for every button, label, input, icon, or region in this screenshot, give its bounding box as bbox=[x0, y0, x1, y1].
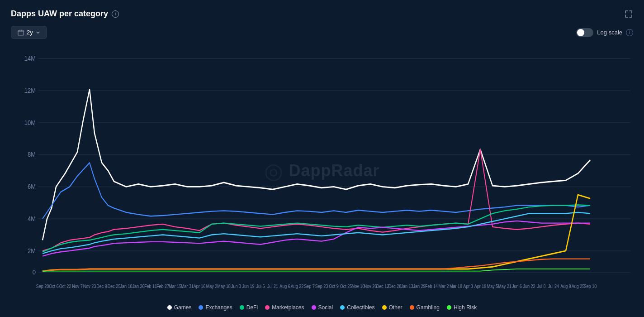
legend-item-defi[interactable]: DeFi bbox=[240, 304, 258, 311]
time-period-label: 2y bbox=[27, 29, 33, 36]
svg-text:Jun 19: Jun 19 bbox=[242, 284, 255, 289]
info-icon[interactable]: i bbox=[112, 10, 119, 18]
svg-text:Mar 18: Mar 18 bbox=[450, 284, 462, 289]
svg-text:10M: 10M bbox=[24, 119, 36, 126]
svg-text:Jun 6: Jun 6 bbox=[512, 284, 522, 289]
svg-text:Jul 5: Jul 5 bbox=[256, 284, 265, 289]
svg-text:Aug 6: Aug 6 bbox=[279, 284, 290, 289]
svg-text:Jul 8: Jul 8 bbox=[537, 284, 546, 289]
svg-text:Oct 9: Oct 9 bbox=[329, 284, 338, 289]
chart-header: Dapps UAW per category i bbox=[11, 9, 633, 19]
svg-text:Feb 14: Feb 14 bbox=[425, 284, 438, 289]
svg-text:Oct 6: Oct 6 bbox=[49, 284, 59, 289]
legend-dot-gambling bbox=[410, 305, 414, 310]
svg-text:14M: 14M bbox=[24, 54, 36, 62]
chart-legend: Games Exchanges DeFi Marketplaces Social… bbox=[11, 301, 633, 312]
log-scale-control: Log scale i bbox=[576, 28, 633, 37]
legend-item-collectibles[interactable]: Collectibles bbox=[340, 304, 374, 311]
expand-icon[interactable] bbox=[624, 10, 633, 19]
svg-text:Dec 25: Dec 25 bbox=[108, 284, 121, 289]
svg-text:12M: 12M bbox=[24, 86, 36, 94]
legend-label-high-risk: High Risk bbox=[454, 304, 477, 311]
svg-text:Jun 22: Jun 22 bbox=[523, 284, 535, 289]
svg-text:Nov 26: Nov 26 bbox=[364, 284, 377, 289]
svg-text:2M: 2M bbox=[28, 247, 36, 255]
svg-text:4M: 4M bbox=[28, 215, 36, 222]
svg-text:0: 0 bbox=[33, 268, 36, 276]
time-period-button[interactable]: 2y bbox=[11, 26, 47, 39]
log-scale-label: Log scale bbox=[597, 29, 622, 36]
svg-text:Jan 10: Jan 10 bbox=[120, 284, 133, 289]
controls-row: 2y Log scale i bbox=[11, 26, 633, 39]
legend-item-marketplaces[interactable]: Marketplaces bbox=[265, 304, 304, 311]
legend-dot-high-risk bbox=[447, 305, 451, 310]
legend-label-games: Games bbox=[174, 304, 192, 311]
legend-dot-games bbox=[167, 305, 172, 310]
legend-item-gambling[interactable]: Gambling bbox=[410, 304, 440, 311]
svg-text:Apr 16: Apr 16 bbox=[194, 284, 206, 289]
svg-text:Nov 10: Nov 10 bbox=[352, 284, 365, 289]
svg-text:Mar 31: Mar 31 bbox=[181, 284, 194, 289]
svg-text:Feb 27: Feb 27 bbox=[156, 284, 169, 289]
svg-text:May 21: May 21 bbox=[498, 284, 511, 289]
log-scale-info-icon[interactable]: i bbox=[626, 29, 633, 36]
svg-text:Jul 24: Jul 24 bbox=[548, 284, 559, 289]
svg-text:Dec 28: Dec 28 bbox=[388, 284, 402, 289]
legend-item-games[interactable]: Games bbox=[167, 304, 192, 311]
legend-dot-exchanges bbox=[199, 305, 203, 310]
legend-label-defi: DeFi bbox=[246, 304, 258, 311]
legend-label-social: Social bbox=[318, 304, 333, 311]
legend-label-marketplaces: Marketplaces bbox=[272, 304, 304, 311]
svg-text:Dec 9: Dec 9 bbox=[96, 284, 107, 289]
legend-dot-social bbox=[312, 305, 316, 310]
legend-item-exchanges[interactable]: Exchanges bbox=[199, 304, 232, 311]
svg-text:Oct 22: Oct 22 bbox=[59, 284, 71, 289]
legend-item-social[interactable]: Social bbox=[312, 304, 333, 311]
svg-text:Jan 13: Jan 13 bbox=[401, 284, 413, 289]
svg-text:6M: 6M bbox=[28, 183, 36, 190]
legend-label-collectibles: Collectibles bbox=[347, 304, 374, 311]
svg-text:May 18: May 18 bbox=[217, 284, 231, 289]
svg-text:Jul 21: Jul 21 bbox=[267, 284, 278, 289]
svg-text:Aug 9: Aug 9 bbox=[560, 284, 571, 289]
svg-text:Jun 3: Jun 3 bbox=[231, 284, 241, 289]
svg-text:Sep 7: Sep 7 bbox=[304, 284, 314, 289]
legend-dot-other bbox=[382, 305, 387, 310]
svg-text:Jan 26: Jan 26 bbox=[133, 284, 145, 289]
legend-dot-collectibles bbox=[340, 305, 345, 310]
legend-item-high-risk[interactable]: High Risk bbox=[447, 304, 477, 311]
svg-text:Mar 15: Mar 15 bbox=[169, 284, 181, 289]
chart-svg: 14M 12M 10M 8M 6M 4M 2M 0 Sep 20 Oct 6 O… bbox=[11, 43, 633, 299]
legend-label-other: Other bbox=[389, 304, 402, 311]
svg-text:Aug 22: Aug 22 bbox=[291, 284, 303, 289]
title-row: Dapps UAW per category i bbox=[11, 9, 119, 19]
svg-text:Nov 7: Nov 7 bbox=[72, 284, 82, 289]
legend-dot-marketplaces bbox=[265, 305, 270, 310]
svg-text:May 2: May 2 bbox=[206, 284, 217, 289]
svg-text:Mar 2: Mar 2 bbox=[439, 284, 449, 289]
svg-text:Dec 12: Dec 12 bbox=[376, 284, 389, 289]
svg-text:Apr 19: Apr 19 bbox=[474, 284, 486, 289]
toggle-thumb bbox=[577, 29, 584, 36]
chart-area: ◎ DappRadar 14M 12M 10M 8M 6M 4M 2M 0 Se… bbox=[11, 43, 633, 299]
svg-text:Apr 3: Apr 3 bbox=[463, 284, 473, 289]
legend-label-exchanges: Exchanges bbox=[205, 304, 232, 311]
legend-dot-defi bbox=[240, 305, 244, 310]
legend-label-gambling: Gambling bbox=[417, 304, 440, 311]
svg-text:Feb 11: Feb 11 bbox=[144, 284, 157, 289]
log-scale-toggle[interactable] bbox=[576, 28, 593, 37]
svg-text:Nov 23: Nov 23 bbox=[83, 284, 96, 289]
svg-text:May 5: May 5 bbox=[487, 284, 498, 289]
svg-text:8M: 8M bbox=[28, 150, 36, 158]
svg-text:Jan 29: Jan 29 bbox=[413, 284, 426, 289]
svg-text:Oct 25: Oct 25 bbox=[340, 284, 352, 289]
svg-text:Sep 23: Sep 23 bbox=[315, 284, 328, 289]
svg-text:Aug 25: Aug 25 bbox=[572, 284, 585, 289]
svg-text:Sep 10: Sep 10 bbox=[584, 284, 597, 289]
legend-item-other[interactable]: Other bbox=[382, 304, 402, 311]
svg-rect-0 bbox=[18, 30, 24, 35]
dashboard-container: Dapps UAW per category i 2y Log sca bbox=[0, 0, 644, 317]
chart-title: Dapps UAW per category bbox=[11, 9, 108, 19]
svg-text:Sep 20: Sep 20 bbox=[36, 284, 49, 289]
